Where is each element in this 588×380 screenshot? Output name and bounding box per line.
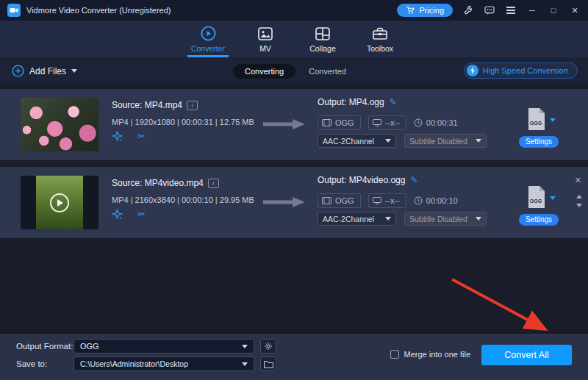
bottom-bar: Output Format: OGG Save to: C:\Users\Adm…: [0, 334, 588, 380]
cut-icon[interactable]: ✂: [137, 131, 146, 142]
app-window: Vidmore Video Converter (Unregistered) P…: [0, 0, 588, 380]
maximize-button[interactable]: □: [548, 6, 559, 15]
tab-toolbox[interactable]: Toolbox: [351, 21, 409, 57]
tab-toolbox-label: Toolbox: [367, 44, 393, 53]
file-row: Source: MP4video.mp4 i MP4 | 2160x3840 |…: [0, 167, 588, 238]
profile-chevron-icon[interactable]: [550, 196, 556, 200]
toolbar: Add Files Converting Converted High Spee…: [0, 57, 588, 85]
subtitle-dropdown[interactable]: Subtitle Disabled: [404, 212, 487, 226]
subtitle-dropdown[interactable]: Subtitle Disabled: [404, 134, 487, 148]
register-key-icon[interactable]: [462, 4, 474, 16]
pricing-button[interactable]: Pricing: [397, 4, 453, 17]
add-files-button[interactable]: Add Files: [12, 57, 77, 85]
file-badge-text: OGG: [530, 198, 542, 204]
output-resolution-value: --x--: [385, 196, 400, 205]
titlebar: Vidmore Video Converter (Unregistered) P…: [0, 0, 588, 21]
save-to-path: C:\Users\Administrator\Desktop: [80, 359, 188, 368]
file-badge-text: OGG: [530, 121, 542, 126]
profile-chevron-icon[interactable]: [550, 118, 556, 122]
cut-icon[interactable]: ✂: [137, 209, 146, 220]
settings-button[interactable]: Settings: [519, 136, 559, 148]
main-nav: Converter MV Collage Toolbox: [0, 21, 588, 57]
high-speed-label: High Speed Conversion: [483, 66, 568, 75]
toolbox-icon: [372, 26, 388, 42]
video-thumbnail[interactable]: [21, 176, 98, 229]
app-title: Vidmore Video Converter (Unregistered): [26, 6, 171, 15]
move-up-icon[interactable]: [576, 195, 582, 198]
tab-mv[interactable]: MV: [237, 21, 294, 57]
annotation-arrow: [419, 265, 581, 345]
output-duration: 00:00:10: [414, 194, 458, 207]
output-filename: Output: MP4.ogg: [318, 97, 384, 107]
output-format-value: OGG: [335, 118, 354, 127]
subtitle-value: Subtitle Disabled: [409, 137, 467, 146]
lightning-icon: [467, 65, 478, 76]
output-file-type-icon[interactable]: OGG: [527, 107, 546, 133]
feedback-icon[interactable]: [484, 4, 495, 16]
minimize-button[interactable]: ─: [526, 6, 538, 15]
folder-icon: [264, 360, 273, 368]
rename-icon[interactable]: ✎: [390, 97, 397, 107]
tab-collage-label: Collage: [309, 44, 336, 53]
audio-track-value: AAC-2Channel: [323, 215, 374, 223]
convert-direction-arrow-icon: [263, 118, 306, 132]
checkbox-icon: [390, 350, 399, 359]
edit-effects-icon[interactable]: [112, 131, 123, 142]
source-metadata: MP4 | 2160x3840 | 00:00:10 | 29.95 MB: [112, 196, 254, 204]
menu-icon[interactable]: [505, 4, 517, 16]
format-settings-button[interactable]: [260, 339, 276, 354]
merge-label: Merge into one file: [404, 350, 471, 359]
output-format-label: Output Format:: [16, 339, 73, 354]
close-button[interactable]: ✕: [569, 6, 581, 15]
subtitle-value: Subtitle Disabled: [409, 215, 467, 223]
chevron-down-icon: [476, 217, 481, 221]
chevron-down-icon: [476, 139, 481, 143]
chevron-down-icon: [71, 69, 77, 73]
mv-icon: [257, 26, 273, 42]
output-file-type-icon[interactable]: OGG: [527, 185, 546, 211]
output-format-dropdown[interactable]: OGG: [74, 339, 254, 354]
tab-converter-label: Converter: [191, 44, 225, 53]
clock-icon: [414, 118, 423, 127]
audio-track-dropdown[interactable]: AAC-2Channel: [318, 212, 396, 226]
tab-collage[interactable]: Collage: [294, 21, 351, 57]
play-icon[interactable]: [50, 193, 69, 212]
remove-file-icon[interactable]: ✕: [575, 176, 581, 185]
info-icon[interactable]: i: [208, 179, 219, 188]
edit-effects-icon[interactable]: [112, 209, 123, 220]
clock-icon: [414, 196, 423, 205]
save-to-dropdown[interactable]: C:\Users\Administrator\Desktop: [74, 356, 254, 371]
save-to-label: Save to:: [16, 356, 47, 371]
rename-icon[interactable]: ✎: [410, 175, 417, 185]
tab-converted[interactable]: Converted: [300, 64, 355, 79]
audio-track-dropdown[interactable]: AAC-2Channel: [318, 134, 396, 148]
tab-converter[interactable]: Converter: [179, 21, 237, 57]
open-folder-button[interactable]: [260, 356, 276, 371]
source-metadata: MP4 | 1920x1080 | 00:00:31 | 12.75 MB: [112, 118, 254, 126]
tab-converting[interactable]: Converting: [233, 64, 295, 79]
converter-icon: [200, 25, 217, 42]
high-speed-conversion-button[interactable]: High Speed Conversion: [464, 62, 578, 79]
info-icon[interactable]: i: [187, 101, 198, 110]
chevron-down-icon: [385, 217, 391, 221]
settings-button[interactable]: Settings: [519, 214, 559, 226]
collage-icon: [315, 26, 331, 42]
move-down-icon[interactable]: [576, 204, 582, 207]
output-format-box: OGG: [318, 193, 361, 208]
film-icon: [322, 197, 331, 204]
chevron-down-icon: [385, 139, 391, 143]
file-row: Source: MP4.mp4 i MP4 | 1920x1080 | 00:0…: [0, 89, 588, 160]
cart-icon: [406, 6, 415, 15]
convert-direction-arrow-icon: [263, 196, 306, 210]
convert-all-button[interactable]: Convert All: [481, 345, 572, 365]
chevron-down-icon: [242, 345, 248, 348]
pricing-label: Pricing: [419, 6, 444, 15]
output-resolution-box: --x--: [368, 115, 406, 130]
app-logo-icon: [7, 4, 21, 17]
video-thumbnail[interactable]: [21, 98, 98, 151]
resolution-icon: [373, 197, 381, 204]
merge-into-one-file-checkbox[interactable]: Merge into one file: [390, 350, 471, 359]
add-circle-icon: [12, 65, 24, 77]
output-resolution-value: --x--: [385, 118, 400, 127]
tab-mv-label: MV: [259, 44, 271, 53]
